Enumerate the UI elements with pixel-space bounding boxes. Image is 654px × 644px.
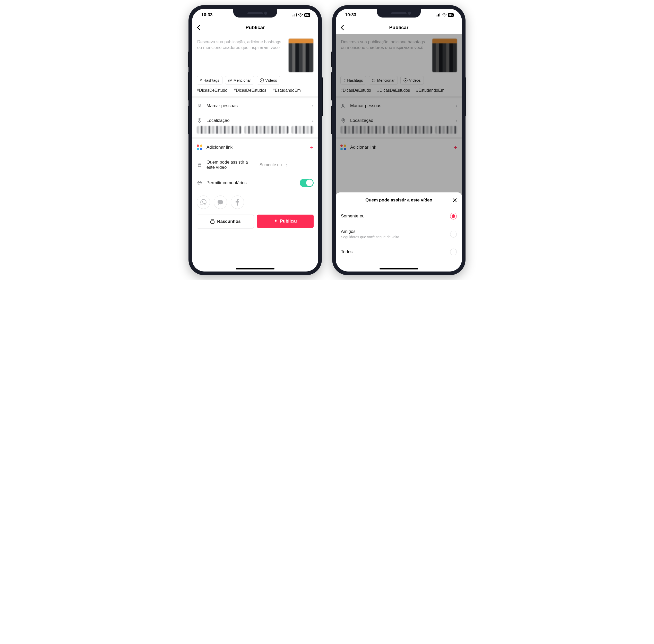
videos-chip[interactable]: Vídeos — [257, 76, 280, 85]
tag-people-row[interactable]: Marcar pessoas › — [192, 98, 318, 113]
hashtag-suggestions: #DicasDeEstudo #DicasDeEstudos #Estudand… — [192, 88, 318, 96]
row-value: Somente eu — [260, 163, 282, 167]
phone-frame-left: 10:33 86 Publicar # — [188, 5, 322, 275]
radio-unselected[interactable] — [450, 249, 457, 255]
chip-label: Hashtags — [204, 78, 219, 83]
radio-unselected[interactable] — [450, 231, 457, 237]
whatsapp-share-button[interactable] — [197, 196, 210, 209]
close-button[interactable] — [452, 198, 457, 203]
phone-frame-right: 10:33 86 Publicar #Hashtags @Menci — [332, 5, 466, 275]
row-label: Marcar pessoas — [207, 103, 308, 109]
screen: 10:33 86 Publicar #Hashtags @Menci — [336, 9, 462, 272]
location-suggestions — [192, 126, 318, 137]
svg-point-1 — [199, 104, 201, 106]
home-indicator[interactable] — [379, 268, 418, 270]
row-label: Permitir comentários — [207, 180, 296, 185]
hashtag-suggestion[interactable]: #DicasDeEstudos — [234, 88, 266, 93]
play-circle-icon — [260, 78, 264, 83]
button-label: Publicar — [280, 219, 297, 224]
row-label: Localização — [207, 118, 308, 123]
drafts-button[interactable]: Rascunhos — [197, 214, 254, 229]
back-button[interactable] — [197, 25, 200, 30]
page-header: Publicar — [192, 21, 318, 34]
svg-point-2 — [199, 119, 200, 120]
svg-point-4 — [198, 182, 199, 183]
svg-rect-3 — [198, 165, 201, 167]
notch — [233, 9, 277, 18]
plus-icon: + — [310, 144, 313, 151]
caption-input[interactable] — [197, 38, 285, 63]
status-time: 10:33 — [201, 13, 212, 18]
privacy-row[interactable]: Quem pode assistir a este vídeo Somente … — [192, 155, 318, 175]
battery-indicator: 86 — [448, 13, 454, 17]
comments-toggle[interactable] — [300, 179, 313, 187]
wifi-icon — [442, 14, 446, 17]
privacy-option-only-me[interactable]: Somente eu — [336, 208, 462, 224]
battery-indicator: 86 — [304, 13, 310, 17]
location-chip[interactable] — [197, 126, 241, 134]
option-label: Todos — [341, 249, 450, 254]
option-label: Somente eu — [341, 213, 450, 219]
sparkle-icon — [273, 219, 278, 224]
back-button[interactable] — [341, 25, 344, 30]
lock-icon — [197, 162, 202, 167]
page-title: Publicar — [389, 25, 408, 30]
row-label: Adicionar link — [207, 145, 306, 150]
notch — [377, 9, 421, 18]
publish-button[interactable]: Publicar — [257, 214, 313, 228]
location-chip[interactable] — [244, 126, 289, 134]
apps-icon — [197, 144, 202, 150]
chip-label: Vídeos — [265, 78, 277, 83]
home-indicator[interactable] — [236, 268, 275, 270]
svg-point-5 — [199, 182, 200, 183]
chevron-right-icon: › — [312, 103, 313, 109]
button-label: Rascunhos — [217, 219, 241, 224]
privacy-option-everyone[interactable]: Todos — [336, 244, 462, 260]
drafts-icon — [210, 219, 215, 224]
mention-chip[interactable]: @ Mencionar — [225, 76, 254, 85]
messages-share-button[interactable] — [214, 196, 227, 209]
add-link-row[interactable]: Adicionar link + — [192, 139, 318, 155]
hashtags-chip[interactable]: # Hashtags — [197, 76, 223, 85]
option-label: Amigos — [341, 229, 450, 234]
allow-comments-row: Permitir comentários — [192, 175, 318, 191]
hash-icon: # — [200, 78, 202, 83]
location-chip[interactable] — [291, 126, 313, 134]
comment-icon — [197, 180, 202, 185]
wifi-icon — [298, 14, 303, 17]
privacy-option-friends[interactable]: Amigos Seguidores que você segue de volt… — [336, 224, 462, 244]
at-icon: @ — [228, 78, 232, 83]
person-icon — [197, 103, 202, 109]
row-label: Quem pode assistir a este vídeo — [207, 160, 255, 170]
chip-label: Mencionar — [234, 78, 251, 83]
svg-rect-7 — [211, 221, 214, 223]
radio-selected[interactable] — [450, 213, 457, 220]
chevron-right-icon: › — [286, 162, 288, 168]
location-row[interactable]: Localização › — [192, 113, 318, 126]
status-time: 10:33 — [345, 13, 356, 18]
option-sublabel: Seguidores que você segue de volta — [341, 235, 450, 239]
hashtag-suggestion[interactable]: #EstudandoEm — [273, 88, 301, 93]
video-thumbnail[interactable] — [288, 38, 313, 72]
sheet-title: Quem pode assistir a este vídeo — [365, 198, 432, 203]
location-pin-icon — [197, 118, 202, 123]
page-header: Publicar — [336, 21, 462, 34]
cellular-icon — [436, 14, 440, 17]
page-title: Publicar — [246, 25, 265, 30]
privacy-sheet: Quem pode assistir a este vídeo Somente … — [336, 192, 462, 267]
facebook-share-button[interactable] — [231, 196, 244, 209]
screen: 10:33 86 Publicar # — [192, 9, 318, 272]
hashtag-suggestion[interactable]: #DicasDeEstudo — [197, 88, 227, 93]
chevron-right-icon: › — [312, 117, 313, 123]
cellular-icon — [292, 14, 297, 17]
